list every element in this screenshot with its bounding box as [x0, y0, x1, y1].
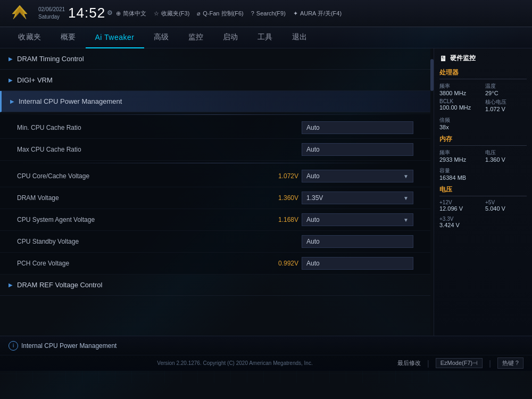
version-text: Version 2.20.1276. Copyright (C) 2020 Am…: [72, 360, 397, 366]
time-display: 14:52: [68, 6, 105, 20]
param-label-cpu-core-voltage: CPU Core/Cache Voltage: [17, 172, 269, 180]
param-label-cpu-sys-agent: CPU System Agent Voltage: [17, 216, 269, 223]
left-panel: ▶ DRAM Timing Control ▶ DIGI+ VRM ▶ Inte…: [0, 48, 430, 336]
param-label-max-cache: Max CPU Cache Ratio: [17, 146, 302, 153]
header-top: 02/06/2021 Saturday 14:52 ⚙ ⊕ 简体中文 ☆ 收藏夹…: [0, 0, 532, 27]
status-text: Internal CPU Power Management: [21, 342, 117, 350]
volt-5v-label: +5V 5.040 V: [485, 200, 527, 212]
scrollbar[interactable]: [430, 48, 434, 336]
bottom-right: 最后修改 | EzMode(F7)⊣ | 热键 ?: [397, 358, 523, 369]
section-internal-cpu[interactable]: ▶ Internal CPU Power Management: [0, 91, 430, 112]
param-label-dram-voltage: DRAM Voltage: [17, 194, 269, 202]
dropdown-arrow-cpu-core: ▼: [403, 173, 409, 179]
expand-arrow-cpu: ▶: [10, 98, 14, 104]
proc-multiplier: 倍频 38x: [439, 117, 527, 130]
language-label: 简体中文: [123, 10, 146, 18]
scroll-thumb[interactable]: [430, 59, 434, 91]
volt-12v-label: +12V 12.096 V: [439, 200, 481, 212]
mem-freq-label: 频率 2933 MHz: [439, 149, 481, 163]
param-row-pch-core: PCH Core Voltage 0.992V Auto: [0, 253, 430, 275]
expand-arrow-dram: ▶: [9, 56, 13, 62]
dropdown-cpu-core[interactable]: Auto ▼: [302, 170, 413, 182]
qfan-label: Q-Fan 控制(F6): [203, 10, 243, 18]
monitor-icon: 🖥: [439, 54, 447, 63]
dropdown-container-sys-agent: 1.168V Auto ▼: [269, 213, 413, 226]
tool-search[interactable]: ? Search(F9): [251, 10, 286, 16]
tool-aura[interactable]: ✦ AURA 开/关(F4): [293, 10, 342, 18]
nav-item-monitor[interactable]: 监控: [179, 27, 213, 48]
dropdown-cpu-standby[interactable]: Auto: [302, 235, 413, 248]
aura-icon: ✦: [293, 10, 298, 17]
sidebar-section-memory: 内存: [439, 135, 527, 146]
nav-item-tools[interactable]: 工具: [248, 27, 282, 48]
param-row-min-cache: Min. CPU Cache Ratio Auto: [0, 117, 430, 139]
dropdown-sys-agent[interactable]: Auto ▼: [302, 213, 413, 226]
mem-volt-label: 电压 1.360 V: [485, 149, 527, 163]
sidebar-section-processor: 处理器: [439, 68, 527, 79]
bottom-bar: Version 2.20.1276. Copyright (C) 2020 Am…: [0, 355, 532, 371]
sidebar-title: 🖥 硬件监控: [439, 54, 527, 63]
dropdown-min-cache[interactable]: Auto: [302, 121, 413, 134]
mem-capacity: 容量 16384 MB: [439, 167, 527, 181]
dropdown-arrow-dram: ▼: [403, 195, 409, 201]
current-val-cpu-core: 1.072V: [269, 172, 298, 180]
section-dram-ref[interactable]: ▶ DRAM REF Voltage Control: [0, 275, 430, 296]
proc-freq-label: 频率 3800 MHz: [439, 82, 481, 96]
param-label-min-cache: Min. CPU Cache Ratio: [17, 124, 302, 131]
param-row-max-cache: Max CPU Cache Ratio Auto: [0, 139, 430, 161]
nav-item-boot[interactable]: 启动: [213, 27, 248, 48]
dropdown-pch[interactable]: Auto: [302, 257, 413, 270]
expand-arrow-digi: ▶: [9, 77, 13, 83]
status-info: i Internal CPU Power Management: [9, 341, 117, 351]
hotkeys-button[interactable]: 热键 ?: [497, 358, 523, 369]
proc-corevolt-label: 核心电压 1.072 V: [485, 98, 527, 112]
section-label-dram-ref: DRAM REF Voltage Control: [17, 281, 102, 289]
current-val-dram: 1.360V: [269, 194, 298, 202]
aura-label: AURA 开/关(F4): [300, 10, 342, 18]
dropdown-container-cpu-core: 1.072V Auto ▼: [269, 170, 413, 182]
tool-language[interactable]: ⊕ 简体中文: [116, 10, 146, 18]
tool-favorites[interactable]: ☆ 收藏夹(F3): [154, 10, 189, 18]
proc-temp-label: 温度 29°C: [485, 82, 527, 96]
datetime-area: 02/06/2021 Saturday 14:52 ⚙: [38, 6, 113, 21]
processor-grid: 频率 3800 MHz 温度 29°C BCLK 100.00 MHz 核心电压…: [439, 82, 527, 112]
current-val-pch: 0.992V: [269, 260, 298, 267]
separator-top: [17, 114, 413, 115]
search-icon: ?: [251, 10, 254, 16]
ez-mode-button[interactable]: EzMode(F7)⊣: [436, 358, 483, 368]
voltage-grid: +12V 12.096 V +5V 5.040 V: [439, 200, 527, 212]
section-label-dram: DRAM Timing Control: [17, 55, 84, 63]
nav-item-ai-tweaker[interactable]: Ai Tweaker: [86, 27, 144, 48]
header-tools: ⊕ 简体中文 ☆ 收藏夹(F3) ⌀ Q-Fan 控制(F6) ? Search…: [116, 10, 342, 18]
param-row-dram-voltage: DRAM Voltage 1.360V 1.35V ▼: [0, 187, 430, 209]
info-icon: i: [9, 341, 18, 351]
nav-item-advanced[interactable]: 高级: [144, 27, 179, 48]
favorites-label: 收藏夹(F3): [161, 10, 189, 18]
bottom-divider-1: |: [427, 359, 429, 368]
section-dram-timing[interactable]: ▶ DRAM Timing Control: [0, 48, 430, 70]
expand-arrow-dram-ref: ▶: [9, 282, 13, 288]
section-digi-vrm[interactable]: ▶ DIGI+ VRM: [0, 70, 430, 91]
settings-icon[interactable]: ⚙: [107, 9, 113, 16]
sidebar-section-voltage: 电压: [439, 185, 527, 196]
dropdown-dram[interactable]: 1.35V ▼: [302, 192, 413, 204]
nav-item-favorites[interactable]: 收藏夹: [9, 27, 51, 48]
separator-mid: [17, 163, 413, 163]
current-val-sys-agent: 1.168V: [269, 216, 298, 223]
qfan-icon: ⌀: [197, 10, 201, 17]
dropdown-max-cache[interactable]: Auto: [302, 143, 413, 156]
nav-item-exit[interactable]: 退出: [282, 27, 317, 48]
last-modified-label[interactable]: 最后修改: [397, 359, 421, 367]
volt-33v: +3.3V 3.424 V: [439, 216, 527, 228]
nav-item-overview[interactable]: 概要: [51, 27, 86, 48]
right-sidebar: 🖥 硬件监控 处理器 频率 3800 MHz 温度 29°C BCLK 100.…: [434, 48, 532, 336]
language-icon: ⊕: [116, 10, 121, 17]
tool-qfan[interactable]: ⌀ Q-Fan 控制(F6): [197, 10, 243, 18]
status-bar: i Internal CPU Power Management: [0, 336, 532, 355]
dropdown-container-dram: 1.360V 1.35V ▼: [269, 192, 413, 204]
param-row-cpu-core-voltage: CPU Core/Cache Voltage 1.072V Auto ▼: [0, 165, 430, 187]
date-display: 02/06/2021 Saturday: [38, 6, 65, 21]
section-label-digi: DIGI+ VRM: [17, 76, 53, 84]
asus-logo: [6, 3, 33, 23]
favorites-icon: ☆: [154, 10, 159, 17]
